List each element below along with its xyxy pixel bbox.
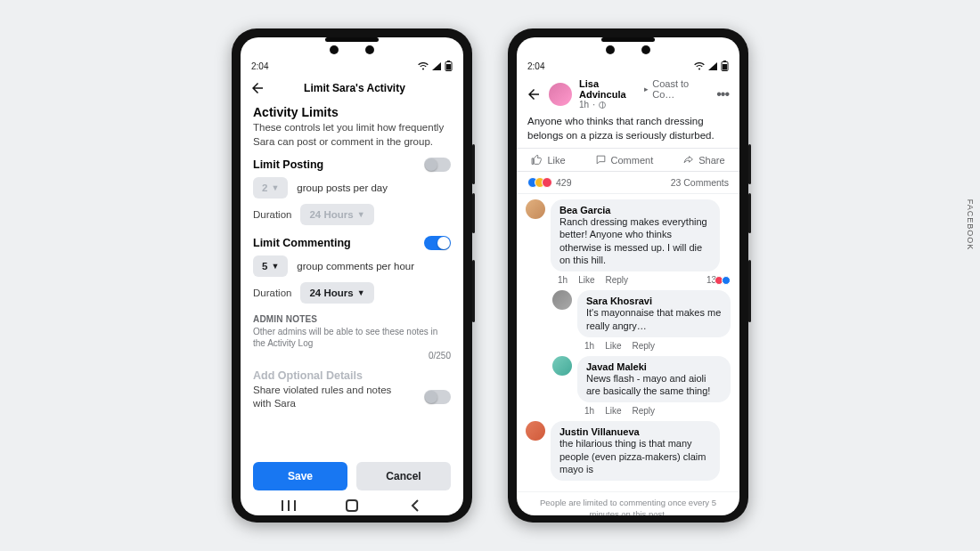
comment-bubble[interactable]: Justin Villanueva the hilarious thing is… [551,421,720,481]
phone-speaker [601,37,655,42]
battery-icon [445,61,453,71]
add-details-heading: Add Optional Details [253,369,451,382]
commenter-avatar[interactable] [552,356,572,376]
post-author[interactable]: Lisa Advincula [579,78,641,100]
status-icons [418,61,453,71]
globe-icon [599,101,606,109]
chevron-down-icon: ▼ [357,288,365,297]
commenter-name: Justin Villanueva [559,426,711,437]
reactions-summary[interactable]: 429 23 Comments [517,172,739,194]
post-menu-button[interactable]: ••• [715,86,731,102]
limit-commenting-toggle[interactable] [424,236,451,250]
comment-limit-notice: People are limited to commenting once ev… [517,491,739,515]
commenting-duration-select[interactable]: 24 Hours▼ [300,282,373,304]
reply-item: Sara Khosravi It's mayonnaise that makes… [552,290,731,337]
commenter-avatar[interactable] [526,421,545,441]
phone-side-button [748,193,751,233]
nav-back-button[interactable] [397,499,433,512]
commenter-name: Javad Maleki [586,361,722,372]
comment-reply-button[interactable]: Reply [632,341,655,351]
share-icon [682,154,694,166]
back-button[interactable] [249,80,265,96]
post-header: Lisa Advincula ▸ Coast to Co… 1h · ••• [517,75,739,111]
phone-side-button [472,193,475,233]
cancel-button[interactable]: Cancel [356,462,451,490]
comment-button[interactable]: Comment [595,154,654,166]
comment-count: 23 Comments [671,177,729,188]
comment-like-button[interactable]: Like [605,341,621,351]
comment-bubble[interactable]: Bea Garcia Ranch dressing makes everythi… [551,199,720,271]
comment-time: 1h [584,341,594,351]
comments-list: Bea Garcia Ranch dressing makes everythi… [517,194,739,490]
back-button[interactable] [526,86,542,102]
svg-rect-9 [723,64,727,70]
love-reaction-icon [542,177,552,188]
limit-posting-label: Limit Posting [253,158,323,171]
comment-bubble[interactable]: Sara Khosravi It's mayonnaise that makes… [577,290,731,337]
post-actions-bar: Like Comment Share [517,148,739,172]
comments-per-hour-row: 5▼ group comments per hour [253,255,451,277]
comment-reply-button[interactable]: Reply [605,275,628,285]
phone-side-button [748,260,751,322]
comment-text: Ranch dressing makes everything better! … [559,215,711,266]
posting-duration-select[interactable]: 24 Hours▼ [300,204,373,225]
limit-commenting-label: Limit Commenting [253,237,351,249]
phone-sensors [330,45,374,54]
wifi-icon [694,62,705,70]
chevron-down-icon: ▼ [357,210,365,219]
phone-sensors [606,45,650,54]
share-button[interactable]: Share [682,154,724,166]
limit-posting-toggle[interactable] [424,158,451,172]
comments-suffix: group comments per hour [297,261,414,271]
comment-bubble[interactable]: Javad Maleki News flash - mayo and aioli… [577,356,731,403]
commenter-avatar[interactable] [552,290,572,310]
commenter-name: Bea Garcia [559,205,711,215]
phone-mockup-right: 2:04 Lisa Advincula ▸ Coast to Co… [508,28,748,523]
like-button[interactable]: Like [531,154,565,166]
reaction-icons [527,177,552,188]
status-time: 2:04 [527,61,544,71]
comment-reactions[interactable]: 13 [706,275,731,285]
section-heading: Activity Limits [253,105,451,119]
activity-limits-app: Limit Sara's Activity Activity Limits Th… [241,75,463,515]
comments-count-select[interactable]: 5▼ [253,255,288,277]
recents-icon [282,500,296,511]
comment-time: 1h [584,406,594,416]
post-group[interactable]: Coast to Co… [652,78,707,100]
settings-content: Activity Limits These controls let you l… [241,103,463,452]
comment-icon [595,154,607,166]
share-rules-toggle[interactable] [424,390,451,404]
like-reaction-icon [722,276,731,285]
comment-reply-button[interactable]: Reply [632,406,655,416]
signal-icon [432,62,441,70]
comment-like-button[interactable]: Like [578,275,594,285]
author-avatar[interactable] [549,83,572,106]
signal-icon [708,62,717,70]
status-icons [694,61,729,71]
wifi-icon [418,62,429,70]
home-icon [346,499,358,512]
comment-text: It's mayonnaise that makes me really ang… [586,306,722,332]
comment-like-button[interactable]: Like [605,406,621,416]
phone-screen-right: 2:04 Lisa Advincula ▸ Coast to Co… [517,37,739,515]
commenter-avatar[interactable] [526,199,545,219]
admin-notes-heading: ADMIN NOTES [253,314,451,324]
back-arrow-icon [526,86,542,102]
svg-rect-1 [447,61,450,62]
comment-item: Justin Villanueva the hilarious thing is… [526,421,731,481]
chevron-down-icon: ▼ [271,183,279,192]
save-button[interactable]: Save [253,462,347,490]
share-rules-row: Share violated rules and notes with Sara [253,384,451,410]
image-attribution: FACEBOOK [966,199,975,250]
status-bar: 2:04 [517,59,739,75]
nav-home-button[interactable] [334,499,370,512]
svg-rect-8 [723,61,726,62]
posts-count-select[interactable]: 2▼ [253,177,288,199]
android-nav-bar [241,496,463,515]
nav-recents-button[interactable] [271,500,306,511]
svg-rect-4 [288,500,290,511]
phone-side-button [748,144,751,184]
nav-back-icon [411,499,420,512]
phone-mockup-left: 2:04 Limit Sara's Activity Activity Limi… [232,28,472,523]
posting-duration-row: Duration 24 Hours▼ [253,204,451,225]
